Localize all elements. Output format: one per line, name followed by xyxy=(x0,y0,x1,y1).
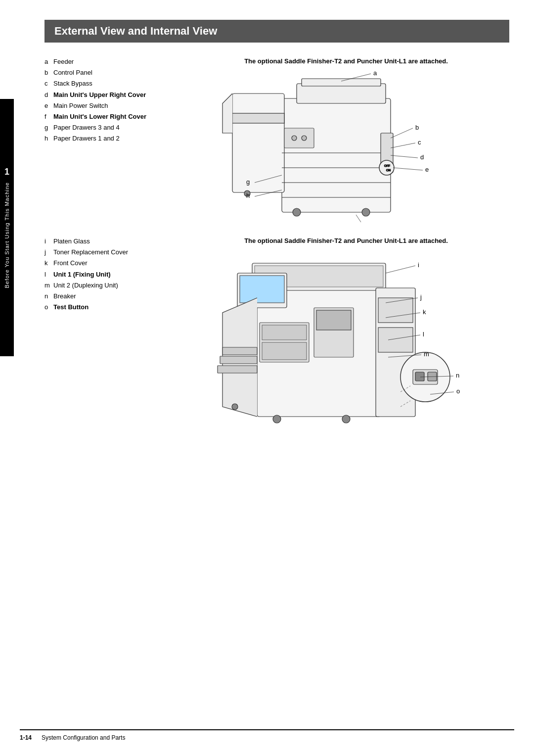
side-tab-text: Before You Start Using This Machine xyxy=(4,182,10,288)
item-letter: c xyxy=(44,79,53,88)
list-item: j Toner Replacement Cover xyxy=(44,248,173,257)
list-item: k Front Cover xyxy=(44,259,173,268)
svg-text:o: o xyxy=(456,387,460,395)
svg-line-23 xyxy=(391,143,415,148)
svg-text:l: l xyxy=(423,331,424,338)
item-label: Control Panel xyxy=(53,68,92,77)
item-label: Main Unit's Upper Right Cover xyxy=(53,91,146,99)
section-title: External View and Internal View xyxy=(44,20,509,43)
item-label: Test Button xyxy=(53,303,89,312)
svg-rect-0 xyxy=(282,98,391,212)
list-item: c Stack Bypass xyxy=(44,79,173,88)
item-letter: i xyxy=(44,237,53,246)
item-letter: e xyxy=(44,101,53,110)
item-letter: j xyxy=(44,248,53,257)
svg-point-13 xyxy=(379,160,394,175)
svg-line-60 xyxy=(386,266,415,273)
svg-text:a: a xyxy=(373,69,377,77)
list-item: b Control Panel xyxy=(44,68,173,77)
svg-text:e: e xyxy=(425,166,429,173)
top-section: a Feeder b Control Panel c Stack Bypass … xyxy=(44,57,509,222)
list-item: d Main Unit's Upper Right Cover xyxy=(44,91,173,99)
item-label: Breaker xyxy=(53,292,76,301)
item-letter: d xyxy=(44,91,53,99)
bottom-parts-list: i Platen Glass j Toner Replacement Cover… xyxy=(44,237,173,312)
side-tab: 1 Before You Start Using This Machine xyxy=(0,99,14,356)
item-label: Unit 2 (Duplexing Unit) xyxy=(53,281,118,290)
item-label: Unit 1 (Fixing Unit) xyxy=(53,270,111,279)
item-letter: g xyxy=(44,123,53,132)
item-letter: f xyxy=(44,112,53,121)
svg-point-17 xyxy=(362,208,370,216)
list-item: h Paper Drawers 1 and 2 xyxy=(44,134,173,143)
svg-text:m: m xyxy=(424,350,429,358)
list-item: o Test Button xyxy=(44,303,173,312)
svg-text:k: k xyxy=(423,308,426,316)
svg-rect-50 xyxy=(415,372,424,381)
svg-point-56 xyxy=(232,404,238,410)
svg-point-55 xyxy=(342,415,350,423)
bottom-machine-svg: i j k l m xyxy=(208,248,485,431)
item-letter: h xyxy=(44,134,53,143)
footer-text: System Configuration and Parts xyxy=(42,734,125,741)
page-wrapper: 1 Before You Start Using This Machine Ex… xyxy=(0,0,534,756)
svg-rect-47 xyxy=(378,328,413,352)
item-letter: m xyxy=(44,281,53,290)
list-item: e Main Power Switch xyxy=(44,101,173,110)
bottom-diagram-col: The optional Saddle Finisher-T2 and Punc… xyxy=(183,237,509,431)
svg-rect-42 xyxy=(262,342,307,360)
svg-point-54 xyxy=(273,415,281,423)
bottom-parts-list-col: i Platen Glass j Toner Replacement Cover… xyxy=(44,237,173,431)
svg-rect-39 xyxy=(240,276,284,303)
item-letter: k xyxy=(44,259,53,268)
svg-text:b: b xyxy=(415,124,419,131)
svg-line-25 xyxy=(391,155,418,158)
svg-rect-2 xyxy=(302,79,381,86)
top-parts-list: a Feeder b Control Panel c Stack Bypass … xyxy=(44,57,173,143)
svg-text:f: f xyxy=(358,221,360,222)
svg-text:h: h xyxy=(246,192,250,199)
list-item: l Unit 1 (Fixing Unit) xyxy=(44,270,173,279)
section-number: 1 xyxy=(4,167,9,177)
item-label: Main Unit's Lower Right Cover xyxy=(53,112,146,121)
top-machine-svg: OFF ON a b xyxy=(218,69,475,222)
svg-text:i: i xyxy=(418,261,419,269)
top-diagram: OFF ON a b xyxy=(218,69,475,222)
svg-rect-59 xyxy=(218,366,257,373)
top-diagram-col: The optional Saddle Finisher-T2 and Punc… xyxy=(183,57,509,222)
svg-rect-4 xyxy=(232,113,284,123)
item-letter: l xyxy=(44,270,53,279)
item-label: Front Cover xyxy=(53,259,88,268)
list-item: f Main Unit's Lower Right Cover xyxy=(44,112,173,121)
bottom-caption: The optional Saddle Finisher-T2 and Punc… xyxy=(244,237,448,244)
footer-page: 1-14 xyxy=(20,734,32,741)
main-content: External View and Internal View a Feeder… xyxy=(20,0,534,451)
item-letter: a xyxy=(44,57,53,66)
list-item: m Unit 2 (Duplexing Unit) xyxy=(44,281,173,290)
svg-rect-3 xyxy=(232,94,284,192)
list-item: i Platen Glass xyxy=(44,237,173,246)
item-letter: n xyxy=(44,292,53,301)
svg-point-16 xyxy=(293,208,301,216)
svg-rect-46 xyxy=(378,298,413,323)
bottom-diagram: i j k l m xyxy=(208,248,485,431)
list-item: a Feeder xyxy=(44,57,173,66)
top-parts-list-col: a Feeder b Control Panel c Stack Bypass … xyxy=(44,57,173,222)
svg-rect-41 xyxy=(262,325,307,340)
svg-rect-5 xyxy=(284,128,314,148)
svg-text:n: n xyxy=(456,372,459,379)
item-label: Main Power Switch xyxy=(53,101,108,110)
svg-point-6 xyxy=(292,136,297,141)
svg-point-7 xyxy=(302,136,307,141)
item-letter: b xyxy=(44,68,53,77)
svg-rect-44 xyxy=(316,310,351,330)
svg-text:c: c xyxy=(418,139,421,146)
item-label: Toner Replacement Cover xyxy=(53,248,128,257)
item-letter: o xyxy=(44,303,53,312)
svg-line-21 xyxy=(391,128,413,138)
svg-text:g: g xyxy=(246,178,250,186)
bottom-section: i Platen Glass j Toner Replacement Cover… xyxy=(44,237,509,431)
svg-text:ON: ON xyxy=(386,169,391,172)
footer: 1-14 System Configuration and Parts xyxy=(20,729,514,741)
svg-rect-1 xyxy=(297,84,386,103)
